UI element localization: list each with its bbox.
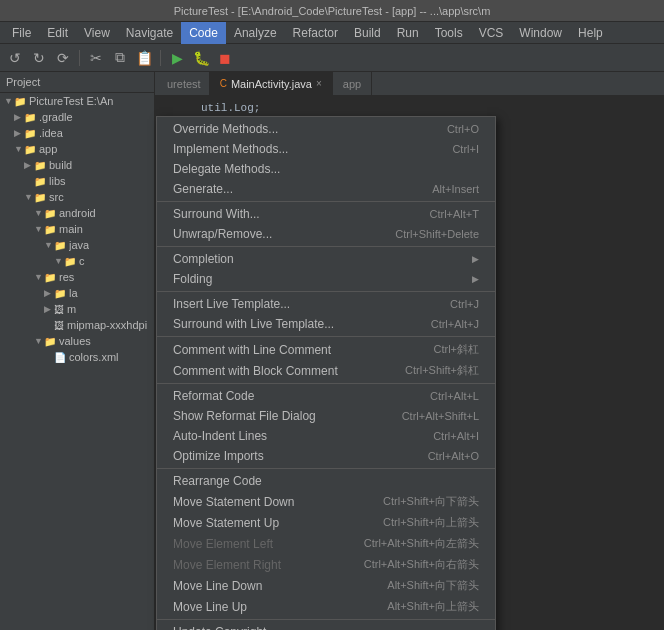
toolbar-back-btn[interactable]: ↺ [4,47,26,69]
menu-entry-shortcut: Ctrl+Alt+Shift+向右箭头 [364,557,479,572]
menu-item-code[interactable]: Code [181,22,226,44]
menu-entry-surround-with[interactable]: Surround With...Ctrl+Alt+T [157,204,495,224]
menu-entry-folding[interactable]: Folding [157,269,495,289]
menu-entry-move-element-left: Move Element LeftCtrl+Alt+Shift+向左箭头 [157,533,495,554]
menu-item-run[interactable]: Run [389,22,427,44]
menu-entry-shortcut: Ctrl+Alt+I [433,430,479,442]
menu-item-tools[interactable]: Tools [427,22,471,44]
toolbar-paste-btn[interactable]: 📋 [133,47,155,69]
toolbar-sync-btn[interactable]: ⟳ [52,47,74,69]
menu-entry-label: Folding [173,272,466,286]
menu-entry-override-methods[interactable]: Override Methods...Ctrl+O [157,119,495,139]
menu-entry-label: Override Methods... [173,122,427,136]
menu-item-view[interactable]: View [76,22,118,44]
menu-entry-reformat-code[interactable]: Reformat CodeCtrl+Alt+L [157,386,495,406]
menu-entry-delegate-methods[interactable]: Delegate Methods... [157,159,495,179]
menu-entry-label: Move Line Up [173,600,367,614]
menu-entry-generate[interactable]: Generate...Alt+Insert [157,179,495,199]
menu-entry-surround-with-live-template[interactable]: Surround with Live Template...Ctrl+Alt+J [157,314,495,334]
menu-entry-shortcut: Alt+Shift+向下箭头 [387,578,479,593]
menu-entry-move-element-right: Move Element RightCtrl+Alt+Shift+向右箭头 [157,554,495,575]
menu-separator [157,291,495,292]
menu-entry-label: Surround With... [173,207,409,221]
menu-entry-label: Completion [173,252,466,266]
toolbar: ↺ ↻ ⟳ ✂ ⧉ 📋 ▶ 🐛 ◼ [0,44,664,72]
menu-entry-shortcut: Ctrl+Alt+Shift+向左箭头 [364,536,479,551]
toolbar-cut-btn[interactable]: ✂ [85,47,107,69]
menu-separator [157,383,495,384]
menu-entry-comment-with-line-comment[interactable]: Comment with Line CommentCtrl+斜杠 [157,339,495,360]
menu-entry-shortcut: Alt+Shift+向上箭头 [387,599,479,614]
menu-entry-label: Reformat Code [173,389,410,403]
menu-entry-label: Move Element Right [173,558,344,572]
menu-entry-completion[interactable]: Completion [157,249,495,269]
menu-entry-label: Comment with Line Comment [173,343,413,357]
menu-separator [157,246,495,247]
menu-entry-update-copyright[interactable]: Update Copyright... [157,622,495,630]
menu-entry-shortcut: Ctrl+Alt+J [431,318,479,330]
menu-item-file[interactable]: File [4,22,39,44]
toolbar-sep-1 [79,50,80,66]
menu-entry-shortcut: Ctrl+斜杠 [433,342,479,357]
menu-separator [157,336,495,337]
menu-entry-label: Delegate Methods... [173,162,479,176]
main-content: Project ▼ 📁 PictureTest E:\An ▶ 📁 .gradl… [0,72,664,630]
menu-entry-label: Optimize Imports [173,449,408,463]
menu-entry-label: Comment with Block Comment [173,364,385,378]
menu-entry-insert-live-template[interactable]: Insert Live Template...Ctrl+J [157,294,495,314]
menu-entry-shortcut: Ctrl+Alt+O [428,450,479,462]
menu-item-analyze[interactable]: Analyze [226,22,285,44]
menu-entry-label: Auto-Indent Lines [173,429,413,443]
menu-entry-show-reformat-file-dialog[interactable]: Show Reformat File DialogCtrl+Alt+Shift+… [157,406,495,426]
menu-entry-label: Unwrap/Remove... [173,227,375,241]
code-dropdown-menu: Override Methods...Ctrl+OImplement Metho… [156,116,496,630]
menu-bar: FileEditViewNavigateCodeAnalyzeRefactorB… [0,22,664,44]
menu-entry-unwrapremove[interactable]: Unwrap/Remove...Ctrl+Shift+Delete [157,224,495,244]
toolbar-sep-2 [160,50,161,66]
menu-entry-auto-indent-lines[interactable]: Auto-Indent LinesCtrl+Alt+I [157,426,495,446]
menu-separator [157,201,495,202]
title-bar: PictureTest - [E:\Android_Code\PictureTe… [0,0,664,22]
toolbar-copy-btn[interactable]: ⧉ [109,47,131,69]
menu-entry-label: Rearrange Code [173,474,479,488]
menu-entry-label: Move Statement Down [173,495,363,509]
menu-entry-shortcut: Alt+Insert [432,183,479,195]
menu-item-edit[interactable]: Edit [39,22,76,44]
menu-entry-label: Update Copyright... [173,625,479,630]
toolbar-run-btn[interactable]: ▶ [166,47,188,69]
menu-entry-shortcut: Ctrl+I [452,143,479,155]
menu-entry-shortcut: Ctrl+O [447,123,479,135]
menu-entry-move-statement-down[interactable]: Move Statement DownCtrl+Shift+向下箭头 [157,491,495,512]
menu-entry-move-statement-up[interactable]: Move Statement UpCtrl+Shift+向上箭头 [157,512,495,533]
menu-entry-comment-with-block-comment[interactable]: Comment with Block CommentCtrl+Shift+斜杠 [157,360,495,381]
menu-entry-label: Show Reformat File Dialog [173,409,382,423]
menu-entry-shortcut: Ctrl+Shift+向下箭头 [383,494,479,509]
menu-item-vcs[interactable]: VCS [471,22,512,44]
menu-item-build[interactable]: Build [346,22,389,44]
toolbar-debug-btn[interactable]: 🐛 [190,47,212,69]
menu-separator [157,619,495,620]
dropdown-overlay: Override Methods...Ctrl+OImplement Metho… [0,72,664,630]
menu-entry-label: Move Statement Up [173,516,363,530]
menu-entry-implement-methods[interactable]: Implement Methods...Ctrl+I [157,139,495,159]
menu-entry-shortcut: Ctrl+Alt+L [430,390,479,402]
menu-entry-move-line-down[interactable]: Move Line DownAlt+Shift+向下箭头 [157,575,495,596]
menu-entry-move-line-up[interactable]: Move Line UpAlt+Shift+向上箭头 [157,596,495,617]
menu-item-refactor[interactable]: Refactor [285,22,346,44]
menu-item-navigate[interactable]: Navigate [118,22,181,44]
menu-entry-label: Implement Methods... [173,142,432,156]
menu-entry-label: Move Line Down [173,579,367,593]
toolbar-forward-btn[interactable]: ↻ [28,47,50,69]
menu-entry-shortcut: Ctrl+Alt+T [429,208,479,220]
menu-separator [157,468,495,469]
menu-entry-optimize-imports[interactable]: Optimize ImportsCtrl+Alt+O [157,446,495,466]
menu-entry-shortcut: Ctrl+Shift+斜杠 [405,363,479,378]
menu-entry-label: Move Element Left [173,537,344,551]
toolbar-stop-btn[interactable]: ◼ [214,47,236,69]
menu-item-window[interactable]: Window [511,22,570,44]
menu-entry-label: Surround with Live Template... [173,317,411,331]
title-text: PictureTest - [E:\Android_Code\PictureTe… [174,5,491,17]
menu-entry-label: Insert Live Template... [173,297,430,311]
menu-entry-rearrange-code[interactable]: Rearrange Code [157,471,495,491]
menu-item-help[interactable]: Help [570,22,611,44]
